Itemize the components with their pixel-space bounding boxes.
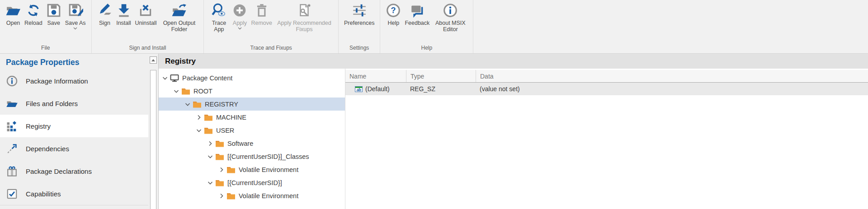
main-panel: Registry Package ContentROOTREGISTRYMACH… (159, 54, 868, 209)
string-value-icon: ab (355, 85, 365, 93)
open-label: Open (6, 20, 20, 26)
apply-recommended-fixups-label: Apply Recommended Fixups (276, 20, 333, 33)
tree-node-label: Software (227, 140, 253, 147)
open-output-folder-button[interactable]: Open Output Folder (160, 2, 198, 33)
sidebar-item-files-and-folders[interactable]: Files and Folders (0, 92, 148, 115)
apply-button[interactable]: Apply (232, 2, 247, 30)
chevron-down-icon[interactable] (184, 101, 191, 108)
chevron-right-icon[interactable] (207, 140, 214, 147)
reload-label: Reload (24, 20, 42, 26)
chevron-down-icon[interactable] (207, 153, 214, 160)
chevron-down-icon[interactable] (173, 88, 180, 95)
chevron-right-icon[interactable] (218, 166, 225, 173)
folder-icon (215, 139, 224, 148)
vertical-scrollbar[interactable] (148, 54, 159, 209)
svg-text:?: ? (391, 6, 396, 15)
column-header-data[interactable]: Data (476, 70, 868, 82)
values-table-header: NameTypeData (345, 70, 868, 83)
tree-node-currentusersid[interactable]: [{CurrentUserSID}] (159, 176, 345, 189)
sidebar-item-label: Files and Folders (26, 100, 78, 107)
apply-recommended-fixups-button[interactable]: Apply Recommended Fixups (276, 2, 333, 33)
apply-recommended-fixups-icon (297, 3, 312, 18)
install-label: Install (116, 20, 131, 26)
chevron-down-icon[interactable] (73, 27, 77, 30)
remove-icon (254, 3, 269, 18)
feedback-icon (410, 3, 425, 18)
save-label: Save (47, 20, 60, 26)
trace-app-button[interactable]: Trace App (209, 2, 228, 33)
help-button[interactable]: ?Help (386, 2, 401, 26)
folder-icon (204, 113, 213, 121)
open-button[interactable]: Open (5, 2, 21, 26)
value-name: (Default) (365, 85, 390, 93)
apply-label: Apply (233, 20, 247, 26)
tree-node-volatile-environment[interactable]: Volatile Environment (159, 189, 345, 202)
tree-node-label: REGISTRY (205, 101, 238, 108)
open-output-folder-icon (171, 3, 187, 18)
sign-icon (97, 3, 113, 18)
chevron-down-icon[interactable] (161, 74, 169, 82)
ribbon-group-help: ?HelpFeedbackAbout MSIX EditorHelp (380, 0, 473, 53)
column-header-type[interactable]: Type (406, 70, 476, 82)
chevron-down-icon[interactable] (238, 27, 242, 30)
tree-node-root[interactable]: ROOT (159, 84, 345, 98)
about-msix-editor-button[interactable]: About MSIX Editor (433, 2, 467, 33)
tree-node-registry[interactable]: REGISTRY (159, 98, 345, 111)
sidebar-item-capabilities[interactable]: Capabilities (0, 182, 148, 205)
sidebar-item-package-declarations[interactable]: Package Declarations (0, 160, 148, 182)
chevron-down-icon[interactable] (195, 127, 203, 134)
registry-icon (6, 120, 18, 132)
sidebar: Package Properties Package InformationFi… (0, 54, 148, 209)
sidebar-item-label: Registry (26, 122, 51, 130)
feedback-button[interactable]: Feedback (405, 2, 429, 26)
sidebar-item-dependencies[interactable]: Dependencies (0, 137, 148, 160)
chevron-right-icon[interactable] (218, 192, 225, 200)
sign-button[interactable]: Sign (97, 2, 113, 26)
remove-button[interactable]: Remove (251, 2, 272, 26)
save-icon (46, 3, 61, 18)
registry-values-panel: NameTypeData ab(Default)REG_SZ(value not… (345, 69, 868, 209)
tree-node-currentusersid-classes[interactable]: [{CurrentUserSID}]_Classes (159, 150, 345, 163)
chevron-down-icon[interactable] (207, 179, 214, 186)
save-as-button[interactable]: Save As (65, 2, 86, 30)
sidebar-items: Package InformationFiles and FoldersRegi… (0, 70, 148, 205)
trace-app-label: Trace App (209, 20, 228, 33)
tree-node-machine[interactable]: MACHINE (159, 111, 345, 124)
up-arrow-icon (151, 59, 155, 61)
preferences-button[interactable]: Preferences (344, 2, 374, 26)
sidebar-item-label: Dependencies (26, 145, 69, 153)
content-area: Package Properties Package InformationFi… (0, 54, 868, 209)
install-icon (116, 3, 132, 18)
tree-node-label: Volatile Environment (239, 166, 298, 173)
tree-node-label: [{CurrentUserSID}] (227, 179, 282, 186)
sidebar-item-registry[interactable]: Registry (0, 115, 148, 137)
install-button[interactable]: Install (116, 2, 132, 26)
column-header-name[interactable]: Name (345, 70, 406, 82)
registry-editor: Package ContentROOTREGISTRYMACHINEUSERSo… (159, 69, 868, 209)
tree-node-software[interactable]: Software (159, 137, 345, 150)
sidebar-item-package-information[interactable]: Package Information (0, 70, 148, 92)
tree-node-user[interactable]: USER (159, 124, 345, 137)
apply-icon (232, 3, 247, 18)
help-label: Help (388, 20, 400, 26)
scrollbar-up-button[interactable] (150, 56, 157, 64)
tree-node-label: Volatile Environment (239, 192, 298, 200)
sidebar-title: Package Properties (0, 54, 148, 70)
preferences-label: Preferences (344, 20, 374, 26)
ribbon-group-trace-and-fixups: Trace AppApplyRemoveApply Recommended Fi… (204, 0, 339, 53)
tree-node-package-content[interactable]: Package Content (159, 71, 345, 84)
uninstall-button[interactable]: Uninstall (135, 2, 157, 26)
save-as-icon (68, 3, 83, 18)
table-row[interactable]: ab(Default)REG_SZ(value not set) (345, 83, 868, 95)
save-button[interactable]: Save (46, 2, 61, 26)
reload-button[interactable]: Reload (24, 2, 42, 26)
reload-icon (26, 3, 41, 18)
scrollbar-thumb[interactable] (150, 70, 156, 209)
chevron-right-icon[interactable] (195, 114, 203, 121)
tree-node-volatile-environment[interactable]: Volatile Environment (159, 163, 345, 176)
sidebar-item-label: Capabilities (26, 190, 61, 198)
registry-tree: Package ContentROOTREGISTRYMACHINEUSERSo… (159, 69, 345, 209)
ribbon-group-label-file: File (2, 43, 90, 53)
sign-label: Sign (99, 20, 110, 26)
ribbon-group-label-sign-and-install: Sign and Install (94, 43, 202, 53)
